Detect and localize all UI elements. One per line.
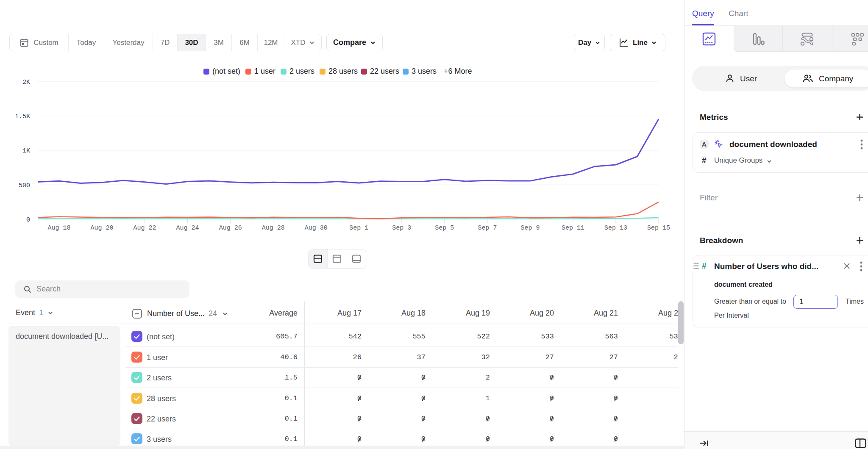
svg-text:Sep 1: Sep 1: [349, 224, 368, 232]
svg-text:Aug 26: Aug 26: [219, 224, 242, 232]
svg-text:500: 500: [19, 182, 30, 189]
svg-text:Aug 24: Aug 24: [176, 224, 199, 232]
svg-text:Sep 11: Sep 11: [562, 224, 584, 232]
svg-text:Sep 7: Sep 7: [478, 224, 497, 232]
svg-text:Aug 28: Aug 28: [262, 224, 285, 232]
svg-text:Sep 15: Sep 15: [647, 224, 670, 232]
svg-text:1.5K: 1.5K: [15, 113, 30, 120]
svg-text:2K: 2K: [22, 79, 30, 86]
svg-text:Aug 18: Aug 18: [47, 224, 70, 232]
svg-text:Sep 9: Sep 9: [520, 224, 540, 232]
svg-text:Sep 5: Sep 5: [435, 224, 454, 232]
svg-text:Sep 3: Sep 3: [392, 224, 411, 232]
svg-text:1K: 1K: [22, 147, 30, 155]
svg-text:Aug 22: Aug 22: [134, 224, 156, 232]
svg-text:Aug 20: Aug 20: [91, 224, 114, 232]
svg-text:0: 0: [26, 216, 30, 224]
svg-text:Sep 13: Sep 13: [604, 224, 627, 232]
svg-text:Aug 30: Aug 30: [305, 224, 328, 232]
